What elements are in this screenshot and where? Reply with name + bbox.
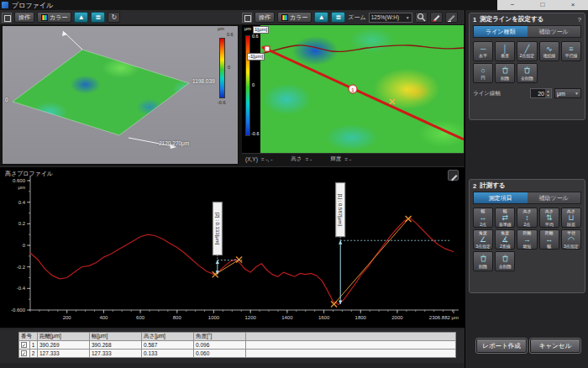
- tool-削除[interactable]: 削除: [473, 251, 493, 271]
- minimize-button[interactable]: −: [497, 0, 528, 10]
- tool-label: 2点指定: [520, 53, 535, 58]
- tool-水平[interactable]: ─水平: [473, 41, 493, 61]
- line-width-stepper[interactable]: 20 ▲▼: [530, 88, 552, 98]
- tool-2点[interactable]: 高さ↕2点: [517, 208, 537, 228]
- cancel-button[interactable]: キャンセル: [530, 339, 580, 353]
- zoom-fit-button[interactable]: [415, 12, 428, 23]
- axes-3d: [3, 26, 239, 166]
- line-width-unit-select[interactable]: μm ▼: [554, 88, 581, 98]
- tool-円[interactable]: ○円: [473, 63, 493, 83]
- mode-button-2d[interactable]: 操作: [255, 12, 275, 23]
- section1-title: 測定ラインを設定する: [480, 15, 543, 24]
- viewport-3d[interactable]: 0 1198.039 2120.270μm μm 0.6 0 -0.6: [2, 25, 239, 165]
- height-toggle-2d[interactable]: ≣: [331, 12, 345, 23]
- trash-icon: [523, 66, 531, 76]
- tool-2直線[interactable]: 角度∡2直線: [495, 229, 515, 250]
- colorbar-mid: 0: [252, 82, 255, 87]
- texture-toggle-3d[interactable]: ▲: [74, 12, 88, 23]
- tool-icon: ╱: [525, 45, 529, 53]
- svg-text:400: 400: [99, 315, 108, 320]
- tab-aux-tool-1[interactable]: 補助ツール: [528, 26, 581, 37]
- tool-平均[interactable]: 高さ⇅平均: [539, 208, 559, 228]
- tab-line-type[interactable]: ライン種類: [474, 26, 528, 37]
- colorbar-unit: μm: [218, 26, 224, 31]
- close-button[interactable]: ×: [558, 0, 588, 10]
- table-row: ✓2127.333127.3330.1330.060: [19, 350, 456, 358]
- rotate-button-3d[interactable]: ↻: [108, 12, 120, 23]
- zoom-select[interactable]: 125%(W:H)▼: [369, 13, 412, 23]
- svg-text:μm: μm: [18, 185, 25, 190]
- mode-button-3d[interactable]: 操作: [14, 12, 34, 23]
- tool-icon: ↕: [525, 213, 529, 222]
- tool-3点指定[interactable]: 角度∠3点指定: [473, 229, 493, 250]
- tool-label: 削除: [479, 264, 487, 269]
- tool-label: 3点指定: [475, 244, 491, 249]
- tool-最短[interactable]: 距離→最短: [517, 229, 537, 250]
- empty-cell: [246, 341, 456, 350]
- use-checkbox[interactable]: ✓: [21, 342, 27, 348]
- toolbar-2d: 操作 カラー ▲ ≣ ズーム 125%(W:H)▼: [242, 12, 458, 23]
- svg-text:0.4: 0.4: [18, 200, 26, 205]
- tool-段差[interactable]: 高さ⊔段差: [561, 208, 581, 228]
- line-width-value: 20: [531, 91, 545, 97]
- tool-全削除[interactable]: 全削除: [495, 251, 515, 271]
- erase-line-button[interactable]: [445, 12, 458, 23]
- tool-icon: ∡: [501, 235, 508, 244]
- tool-label: 3点指定: [564, 244, 579, 249]
- tool-icon: ∠: [480, 235, 486, 244]
- tool-icon: ⇅: [546, 213, 553, 222]
- value-cell: 0.060: [194, 350, 246, 358]
- tool-連続線[interactable]: ∿連続線: [539, 41, 559, 61]
- tab-measure-items[interactable]: 測定項目: [474, 192, 528, 203]
- colorbar-2d: [245, 35, 250, 136]
- svg-text:200: 200: [63, 315, 72, 320]
- measurement-table: 番号距離[μm]幅[μm]高さ[μm]角度[°]✓1390.269390.268…: [18, 332, 456, 358]
- measurement-line[interactable]: [262, 47, 464, 139]
- profile-line-height-profile: [30, 218, 454, 305]
- tool-全削除[interactable]: 全削除: [517, 63, 537, 83]
- tool-label: 段差: [567, 222, 575, 227]
- map-overlay: 1: [260, 25, 464, 153]
- color-button-2d[interactable]: カラー: [277, 12, 312, 23]
- svg-text:-0.4: -0.4: [17, 286, 26, 291]
- colorbar-3d: [219, 38, 225, 98]
- tool-基準線[interactable]: 幅⇄基準線: [495, 208, 515, 228]
- tool-3点指定[interactable]: 半径◠3点指定: [561, 229, 581, 250]
- tool-label: 垂直: [501, 53, 509, 58]
- tool-垂直[interactable]: │垂直: [495, 41, 515, 61]
- color-button-3d[interactable]: カラー: [37, 12, 71, 23]
- create-report-button[interactable]: レポート作成: [476, 339, 527, 353]
- tool-2点指定[interactable]: ╱2点指定: [517, 41, 537, 61]
- window-controls: − □ ×: [497, 0, 588, 10]
- tool-label: 全削除: [521, 76, 533, 81]
- edit-chart-button[interactable]: [448, 170, 459, 181]
- tool-平行線[interactable]: ≡平行線: [561, 41, 581, 61]
- height-label: 高さ: [291, 155, 302, 163]
- draw-line-button[interactable]: [430, 12, 443, 23]
- pointer-mode-icon[interactable]: [2, 13, 12, 23]
- tool-削除[interactable]: 削除: [495, 63, 515, 83]
- help-button[interactable]: ?: [578, 16, 581, 24]
- zoom-label: ズーム: [348, 13, 365, 22]
- svg-text:1800: 1800: [355, 315, 367, 320]
- maximize-button[interactable]: □: [528, 0, 558, 10]
- line-width-label: ライン線幅: [473, 90, 501, 97]
- height-toggle-3d[interactable]: ≣: [91, 12, 105, 23]
- svg-text:600: 600: [136, 315, 145, 320]
- profile-chart-panel: 高さプロファイル 0.6000.40.20-0.2-0.4-0.600μm200…: [0, 166, 465, 328]
- pencil-erase-icon: [447, 13, 456, 22]
- value-cell: 390.268: [90, 341, 142, 350]
- spin-down-icon[interactable]: ▼: [545, 93, 551, 97]
- pointer-mode-icon[interactable]: [242, 13, 252, 23]
- use-checkbox[interactable]: ✓: [21, 350, 27, 356]
- tool-幅[interactable]: 距離↔幅: [539, 229, 559, 250]
- line-start-marker[interactable]: [265, 46, 270, 51]
- texture-toggle-2d[interactable]: ▲: [314, 12, 328, 23]
- chart-title: 高さプロファイル: [5, 170, 53, 178]
- tab-aux-tool-2[interactable]: 補助ツール: [528, 192, 581, 203]
- tool-label: 2点: [524, 222, 531, 227]
- title-bar: プロファイル − □ ×: [0, 0, 588, 10]
- tool-2点[interactable]: 幅↔2点: [473, 208, 493, 228]
- profile-chart[interactable]: 0.6000.40.20-0.2-0.4-0.600μm200400600800…: [0, 167, 465, 329]
- viewport-2d[interactable]: μm 0.6 0 -0.6 1 1[μm] -1[μm]: [242, 25, 464, 165]
